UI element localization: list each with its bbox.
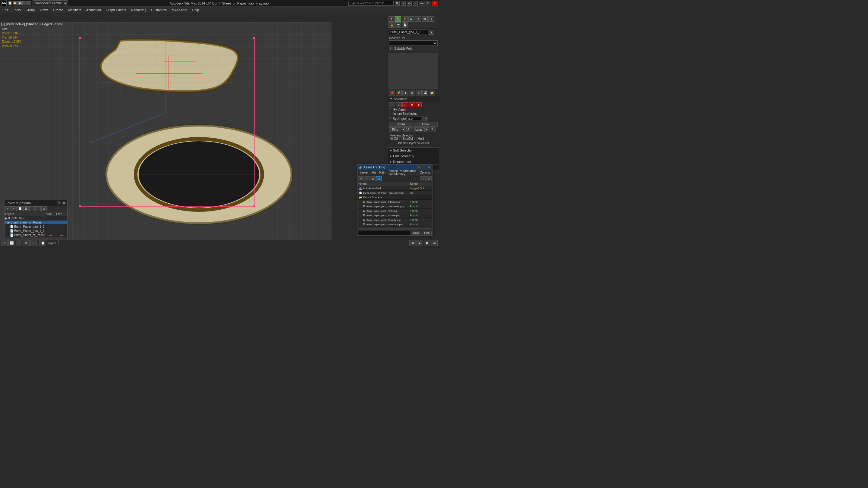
info-icon[interactable]: ℹ: [401, 1, 406, 6]
menu-customize[interactable]: Customize: [149, 7, 169, 13]
at-row-glossiness[interactable]: 🖼 Burnt_paper_geo1_Glossiness.png Found: [358, 204, 432, 209]
repeat-last-header[interactable]: ▶ Repeat Last: [388, 159, 439, 164]
layer-extra-btn[interactable]: ⊕: [41, 206, 47, 211]
layer-new-btn[interactable]: +: [5, 206, 10, 211]
object-name-input[interactable]: [389, 30, 428, 34]
loop-btn[interactable]: Loop: [412, 127, 425, 132]
new-btn[interactable]: 📄: [8, 1, 12, 5]
panel-star-btn[interactable]: ★: [428, 16, 434, 22]
create-mode-btn[interactable]: ✦: [389, 16, 395, 22]
at-hscroll-thumb[interactable]: [358, 227, 432, 230]
timeline-btn[interactable]: ⏮: [409, 240, 416, 246]
stop-btn[interactable]: ⏹: [424, 240, 430, 246]
select-btn[interactable]: ↖: [1, 240, 8, 246]
layer-move-btn[interactable]: ↓: [35, 206, 41, 211]
pin-stack-btn[interactable]: 📌: [389, 90, 395, 96]
soft-selection-header[interactable]: ▶ Soft Selection: [388, 147, 439, 153]
at-menu-options[interactable]: Options: [418, 171, 432, 174]
at-row-reflection[interactable]: 🖼 Burnt_paper_geo1_Reflection.png Found: [358, 222, 432, 227]
hierarchy-mode-btn[interactable]: ⚡: [402, 16, 408, 22]
menu-edit[interactable]: Edit: [0, 7, 10, 13]
open-btn[interactable]: 📂: [13, 1, 17, 5]
at-menu-file[interactable]: File: [370, 171, 378, 174]
layer-delete-btn[interactable]: ✕: [11, 206, 17, 211]
modifier-list-dropdown[interactable]: [389, 40, 438, 46]
at-menu-bitmap[interactable]: Bitmap Performance and Memory: [387, 169, 418, 176]
ring-spinner[interactable]: ▲: [402, 127, 407, 132]
layer-select-btn[interactable]: ☰: [23, 206, 29, 211]
by-angle-checkbox[interactable]: [389, 117, 392, 120]
at-find-btn[interactable]: Find: [422, 231, 432, 235]
at-help-btn[interactable]: ?: [420, 176, 426, 181]
layer-burnt-sheet-free[interactable]: —: [56, 221, 67, 224]
at-path-input[interactable]: [358, 231, 410, 235]
show-end-result-btn[interactable]: ⚡: [396, 90, 402, 96]
modify-mode-btn[interactable]: 🔧: [395, 16, 401, 22]
panel-render-btn[interactable]: 📷: [395, 22, 401, 28]
utils-mode-btn[interactable]: 🛠: [422, 16, 428, 22]
close-btn[interactable]: ✕: [432, 1, 438, 6]
preview-off-item[interactable]: Off: [390, 137, 398, 140]
save-btn[interactable]: 💾: [18, 1, 22, 5]
selection-section-header[interactable]: ▼ Selection: [388, 96, 439, 101]
loop-spinner-down[interactable]: ▼: [431, 127, 435, 132]
poly-mode-btn[interactable]: ■: [409, 102, 415, 107]
at-row-opacity[interactable]: 🖼 Burnt_paper_geo1_Opacity.png Found: [358, 218, 432, 222]
preview-multi-item[interactable]: Multi: [414, 137, 424, 140]
ring-btn[interactable]: Ring: [389, 127, 401, 132]
layer-row-default[interactable]: ▶ 0 (default) ✓: [4, 216, 67, 221]
menu-tools[interactable]: Tools: [10, 7, 23, 13]
ignore-backfacing-checkbox[interactable]: [389, 112, 392, 115]
at-menu-path[interactable]: Path: [378, 171, 387, 174]
menu-animation[interactable]: Animation: [84, 7, 103, 13]
layer-burnt2-free[interactable]: —: [56, 233, 67, 237]
workspace-dropdown[interactable]: Workspace: Default: [33, 0, 68, 6]
layer-row-geo12[interactable]: 📄 Burnt_Paper_geo_1_2 — —: [4, 225, 67, 229]
edit-geometry-header[interactable]: ▶ Edit Geometry: [388, 153, 439, 159]
border-mode-btn[interactable]: □: [402, 102, 408, 107]
modifier-editable-poly[interactable]: Editable Poly: [389, 46, 438, 51]
layer-burnt-sheet-hide[interactable]: —: [45, 221, 56, 224]
menu-modifiers[interactable]: Modifiers: [65, 7, 84, 13]
menu-help[interactable]: Help: [190, 7, 202, 13]
layer-panel-hscrollbar[interactable]: [4, 237, 67, 240]
at-row-maps[interactable]: 📁 Maps / Shaders: [358, 195, 432, 200]
at-refresh-btn[interactable]: ↻: [358, 176, 364, 181]
by-vertex-checkbox[interactable]: [389, 108, 392, 111]
preview-multi-radio[interactable]: [414, 137, 417, 140]
menu-views[interactable]: Views: [37, 7, 51, 13]
layer-geo11-hide[interactable]: —: [45, 229, 56, 233]
layer-burnt2-hide[interactable]: —: [45, 233, 56, 237]
search-icon[interactable]: 🔍: [395, 1, 400, 6]
at-row-ior[interactable]: 🖼 Burnt_paper_geo1_IOR.png Found: [358, 209, 432, 213]
at-row-maxfile[interactable]: 📄 Burnt_Sheet_of_Paper_max.vray.max Ok: [358, 191, 432, 195]
settings-icon[interactable]: ⚙: [407, 1, 412, 6]
vertex-mode-btn[interactable]: ·: [389, 102, 395, 107]
at-grid-btn[interactable]: ⊟: [376, 176, 381, 181]
angle-input[interactable]: [406, 117, 421, 121]
at-settings-btn[interactable]: ⚙: [426, 176, 432, 181]
configure-btn[interactable]: ⚙: [415, 90, 422, 96]
play-btn[interactable]: ▶: [416, 240, 423, 246]
element-mode-btn[interactable]: ◆: [415, 102, 422, 107]
layer-geo12-hide[interactable]: —: [45, 225, 56, 228]
layer-row-burnt2[interactable]: 📄 Burnt_Sheet_of_Paper — —: [4, 233, 67, 237]
at-copy-btn[interactable]: Copy: [411, 231, 421, 235]
motion-mode-btn[interactable]: ▶: [408, 16, 414, 22]
make-unique-btn[interactable]: ◆: [402, 90, 408, 96]
remove-modifier-btn[interactable]: 🗑: [409, 90, 415, 96]
search-input[interactable]: [348, 1, 394, 6]
select-region-btn[interactable]: ⬜: [8, 240, 15, 246]
minimize-btn[interactable]: —: [419, 1, 425, 6]
menu-create[interactable]: Create: [51, 7, 65, 13]
layer-hscroll-thumb[interactable]: [5, 238, 67, 240]
grow-btn[interactable]: Grow: [414, 122, 438, 127]
layer-add-btn[interactable]: 📄: [17, 206, 23, 211]
load-stack-btn[interactable]: 📂: [429, 90, 435, 96]
object-name-dropdown-btn[interactable]: ▼: [429, 30, 434, 35]
at-detail-btn[interactable]: ⊞: [370, 176, 375, 181]
layer-row-burnt-sheet[interactable]: ▶ Burnt_Sheet_of_Paper — —: [4, 221, 67, 225]
layer-row-geo11[interactable]: 📄 Burnt_Paper_geo_1_1 — —: [4, 229, 67, 233]
at-horizontal-scrollbar[interactable]: [358, 227, 432, 230]
undo-btn[interactable]: ↩: [22, 1, 27, 5]
